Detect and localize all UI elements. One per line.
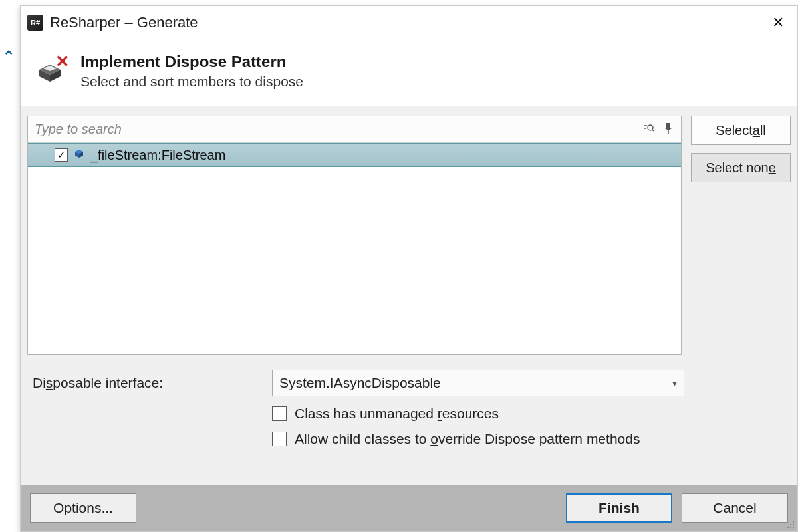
select-all-accelerator: a	[753, 123, 760, 138]
resize-grip-icon[interactable]	[784, 518, 796, 530]
chevron-down-icon: ▾	[672, 378, 677, 388]
disposable-interface-combo[interactable]: System.IAsyncDisposable ▾	[272, 370, 684, 396]
unmanaged-resources-row[interactable]: Class has unmanaged resources	[272, 406, 789, 422]
title-bar: R# ReSharper – Generate ✕	[21, 6, 797, 39]
members-panel: ✓ _fileStream:FileStream	[27, 116, 682, 355]
svg-marker-9	[665, 128, 672, 130]
svg-point-14	[793, 521, 794, 523]
dialog-body: ✓ _fileStream:FileStream Select all	[21, 106, 797, 485]
combo-value: System.IAsyncDisposable	[279, 375, 441, 391]
select-none-prefix: Select non	[706, 160, 769, 176]
svg-point-15	[790, 524, 791, 525]
window-title: ReSharper – Generate	[50, 14, 198, 31]
select-all-prefix: Select	[716, 123, 753, 138]
override-row[interactable]: Allow child classes to override Dispose …	[272, 431, 789, 447]
member-item[interactable]: ✓ _fileStream:FileStream	[28, 143, 681, 167]
finish-button[interactable]: Finish	[566, 493, 672, 523]
dispose-pattern-icon: ✕	[35, 53, 68, 86]
header-subtitle: Select and sort members to dispose	[80, 74, 303, 90]
svg-point-18	[790, 527, 791, 528]
footer-bar: Options... Finish Cancel	[21, 485, 797, 531]
member-checkbox[interactable]: ✓	[55, 148, 68, 162]
editor-background: ⌃	[0, 0, 20, 532]
search-row	[28, 116, 681, 143]
resharper-logo-icon: R#	[27, 15, 43, 31]
svg-point-6	[648, 125, 653, 130]
field-icon	[73, 148, 85, 163]
svg-point-17	[787, 527, 789, 528]
editor-fold-chevron-icon: ⌃	[3, 48, 15, 65]
svg-point-16	[793, 524, 794, 525]
svg-line-7	[652, 130, 654, 131]
close-icon[interactable]: ✕	[767, 11, 789, 34]
member-label: _fileStream:FileStream	[90, 148, 225, 163]
override-label: Allow child classes to override Dispose …	[295, 431, 640, 447]
generate-dialog: R# ReSharper – Generate ✕ ✕ Implement Di…	[20, 5, 798, 532]
search-input[interactable]	[35, 122, 636, 137]
selection-buttons: Select all Select none	[691, 116, 791, 355]
svg-point-19	[793, 527, 794, 528]
svg-rect-8	[666, 123, 670, 128]
disposable-interface-label: Disposable interface:	[33, 375, 259, 391]
search-options-icon[interactable]	[640, 121, 657, 138]
cancel-button[interactable]: Cancel	[682, 493, 788, 523]
form-rows: Disposable interface: System.IAsyncDispo…	[27, 370, 791, 466]
select-all-suffix: ll	[760, 123, 766, 138]
options-button[interactable]: Options...	[30, 493, 136, 523]
select-none-button[interactable]: Select none	[691, 153, 791, 182]
header-titles: Implement Dispose Pattern Select and sor…	[80, 53, 303, 90]
header-title: Implement Dispose Pattern	[80, 53, 303, 71]
select-all-button[interactable]: Select all	[691, 116, 791, 145]
header: ✕ Implement Dispose Pattern Select and s…	[21, 39, 797, 106]
unmanaged-checkbox[interactable]	[272, 406, 287, 421]
override-checkbox[interactable]	[272, 432, 287, 446]
unmanaged-label: Class has unmanaged resources	[295, 406, 499, 422]
pin-icon[interactable]	[661, 121, 676, 138]
delete-x-icon: ✕	[55, 51, 70, 72]
select-none-accelerator: e	[769, 160, 776, 176]
